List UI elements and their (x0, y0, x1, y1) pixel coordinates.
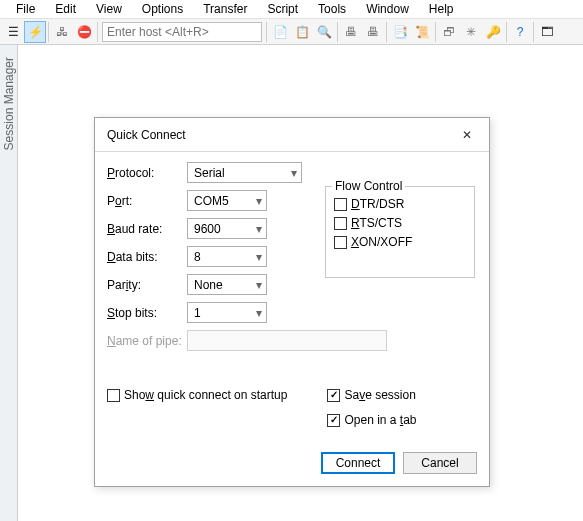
xon-xoff-label: XON/XOFF (351, 235, 412, 249)
separator (97, 22, 98, 42)
menu-options[interactable]: Options (132, 0, 193, 18)
port-value: COM5 (194, 194, 229, 208)
baud-value: 9600 (194, 222, 221, 236)
help-icon[interactable]: ? (509, 21, 531, 43)
menu-tools[interactable]: Tools (308, 0, 356, 18)
toolbar: ☰ ⚡ 🖧 ⛔ 📄 📋 🔍 🖶 🖶 📑 📜 🗗 ✳ 🔑 ? 🗔 (0, 19, 583, 45)
row-stopbits: Stop bits: 1 ▾ (107, 302, 477, 323)
session-manager-label: Session Manager (2, 51, 16, 156)
parity-select[interactable]: None ▾ (187, 274, 267, 295)
label-protocol: Protocol: (107, 166, 187, 180)
separator (435, 22, 436, 42)
parity-value: None (194, 278, 223, 292)
key-icon[interactable]: 🔑 (482, 21, 504, 43)
dtr-dsr-row[interactable]: DTR/DSR (334, 197, 466, 211)
baud-select[interactable]: 9600 ▾ (187, 218, 267, 239)
separator (506, 22, 507, 42)
databits-select[interactable]: 8 ▾ (187, 246, 267, 267)
connect-button[interactable]: Connect (321, 452, 395, 474)
cancel-button[interactable]: Cancel (403, 452, 477, 474)
find-icon[interactable]: 🔍 (313, 21, 335, 43)
separator (48, 22, 49, 42)
global-options-icon[interactable]: 📜 (411, 21, 433, 43)
menu-transfer[interactable]: Transfer (193, 0, 257, 18)
open-in-tab-row[interactable]: Open in a tab (327, 413, 416, 427)
show-on-startup-label: Show quick connect on startup (124, 388, 287, 402)
label-stopbits: Stop bits: (107, 306, 187, 320)
properties-icon[interactable]: 📑 (389, 21, 411, 43)
view-icon[interactable]: 🗗 (438, 21, 460, 43)
rts-cts-label: RTS/CTS (351, 216, 402, 230)
menu-view[interactable]: View (86, 0, 132, 18)
dialog-title: Quick Connect (107, 128, 186, 142)
save-session-row[interactable]: Save session (327, 388, 416, 402)
rts-cts-checkbox[interactable] (334, 217, 347, 230)
stopbits-select[interactable]: 1 ▾ (187, 302, 267, 323)
show-on-startup-row[interactable]: Show quick connect on startup (107, 388, 287, 402)
copy-icon[interactable]: 📄 (269, 21, 291, 43)
bottom-options: Show quick connect on startup Save sessi… (107, 388, 417, 432)
label-pipe: Name of pipe: (107, 334, 187, 348)
save-session-checkbox[interactable] (327, 389, 340, 402)
dtr-dsr-checkbox[interactable] (334, 198, 347, 211)
chevron-down-icon: ▾ (256, 278, 262, 292)
dtr-dsr-label: DTR/DSR (351, 197, 404, 211)
row-protocol: Protocol: Serial ▾ (107, 162, 477, 183)
port-select[interactable]: COM5 ▾ (187, 190, 267, 211)
row-pipe: Name of pipe: (107, 330, 477, 351)
menu-script[interactable]: Script (257, 0, 308, 18)
protocol-value: Serial (194, 166, 225, 180)
disconnect-icon[interactable]: ⛔ (73, 21, 95, 43)
print-icon[interactable]: 🖶 (340, 21, 362, 43)
separator (266, 22, 267, 42)
menu-file[interactable]: File (6, 0, 45, 18)
menu-edit[interactable]: Edit (45, 0, 86, 18)
print-screen-icon[interactable]: 🖶 (362, 21, 384, 43)
paste-icon[interactable]: 📋 (291, 21, 313, 43)
session-manager-icon[interactable]: ☰ (2, 21, 24, 43)
hex-icon[interactable]: ✳ (460, 21, 482, 43)
menu-help[interactable]: Help (419, 0, 464, 18)
label-port: Port: (107, 194, 187, 208)
session-manager-panel[interactable]: Session Manager (0, 45, 18, 521)
protocol-select[interactable]: Serial ▾ (187, 162, 302, 183)
show-on-startup-checkbox[interactable] (107, 389, 120, 402)
chevron-down-icon: ▾ (256, 250, 262, 264)
menubar: File Edit View Options Transfer Script T… (0, 0, 583, 19)
separator (386, 22, 387, 42)
body-area: Session Manager Quick Connect ✕ Protocol… (0, 45, 583, 521)
workspace: Quick Connect ✕ Protocol: Serial ▾ Port:… (18, 45, 583, 521)
dialog-buttons: Connect Cancel (321, 452, 477, 474)
save-session-label: Save session (344, 388, 415, 402)
open-in-tab-label: Open in a tab (344, 413, 416, 427)
xon-xoff-row[interactable]: XON/XOFF (334, 235, 466, 249)
flow-control-legend: Flow Control (332, 179, 405, 193)
rts-cts-row[interactable]: RTS/CTS (334, 216, 466, 230)
flow-control-group: Flow Control DTR/DSR RTS/CTS XON/XOFF (325, 186, 475, 278)
label-parity: Parity: (107, 278, 187, 292)
separator (337, 22, 338, 42)
pipe-input (187, 330, 387, 351)
databits-value: 8 (194, 250, 201, 264)
chevron-down-icon: ▾ (256, 222, 262, 236)
label-baud: Baud rate: (107, 222, 187, 236)
host-input[interactable] (102, 22, 262, 42)
chevron-down-icon: ▾ (256, 306, 262, 320)
separator (533, 22, 534, 42)
menu-window[interactable]: Window (356, 0, 419, 18)
connect-ssh-icon[interactable]: 🖧 (51, 21, 73, 43)
app-icon[interactable]: 🗔 (536, 21, 558, 43)
stopbits-value: 1 (194, 306, 201, 320)
xon-xoff-checkbox[interactable] (334, 236, 347, 249)
chevron-down-icon: ▾ (291, 166, 297, 180)
dialog-titlebar: Quick Connect ✕ (95, 118, 489, 152)
close-icon[interactable]: ✕ (455, 123, 479, 147)
label-databits: Data bits: (107, 250, 187, 264)
open-in-tab-checkbox[interactable] (327, 414, 340, 427)
quick-connect-dialog: Quick Connect ✕ Protocol: Serial ▾ Port:… (94, 117, 490, 487)
chevron-down-icon: ▾ (256, 194, 262, 208)
quick-connect-icon[interactable]: ⚡ (24, 21, 46, 43)
